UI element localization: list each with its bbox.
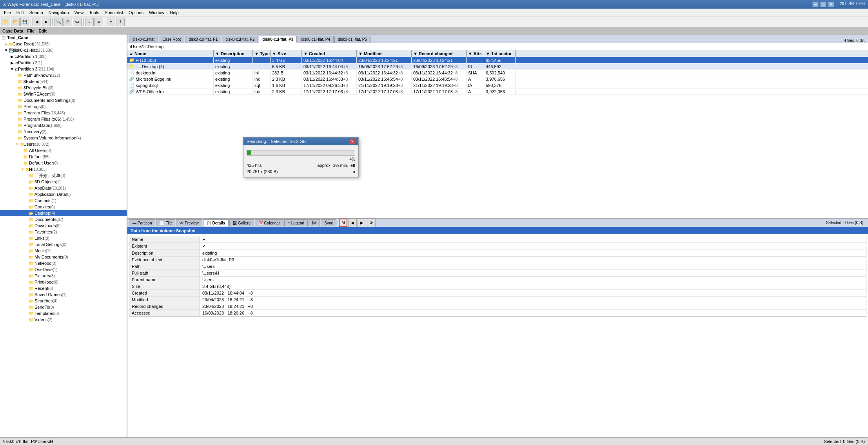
menu-specialist[interactable]: Specialist	[102, 9, 125, 16]
tree-partition3[interactable]: ▼ 🗂 Partition 3 (231,194)	[0, 66, 127, 72]
tree-partition2[interactable]: ▶ 🗂 Partition 2 (1)	[0, 60, 127, 66]
bottom-toolbar-btn1[interactable]: M	[339, 219, 347, 227]
menu-window[interactable]: Window	[147, 9, 167, 16]
tree-winre[interactable]: 📁 $WinREAgent (0)	[0, 91, 127, 97]
tree-case-root[interactable]: ▶ 📁 Case Root (231,536)	[0, 41, 127, 47]
bottom-tab-calendar[interactable]: 📅 Calendar	[255, 219, 283, 226]
toolbar-search[interactable]: 🔍	[54, 18, 63, 26]
menu-tools[interactable]: Tools	[87, 9, 102, 16]
col-name[interactable]: ▲ Name	[127, 50, 214, 57]
tree-videos[interactable]: 📁 Videos (2)	[0, 317, 127, 323]
tree-systemvolume[interactable]: 📁 System Volume Information (4)	[0, 135, 127, 141]
tree-pictures[interactable]: 📁 Pictures (3)	[0, 273, 127, 279]
tree-printhood[interactable]: 📁 PrintHood (0)	[0, 279, 127, 285]
col-sector[interactable]: ▼ 1st sector	[484, 50, 516, 57]
file-row-desktop[interactable]: 📁 . = Desktop (4) existing 6.5 KB 03/11/…	[127, 63, 868, 70]
col-size[interactable]: ▼ Size	[271, 50, 302, 57]
tree-h[interactable]: ▼ 📁 H (10,303)	[0, 166, 127, 172]
tree-cookies[interactable]: 📁 Cookies (0)	[0, 204, 127, 210]
toolbar-hex[interactable]: H	[107, 18, 115, 26]
tree-favorites[interactable]: 📁 Favorites (2)	[0, 229, 127, 235]
tree-perflogs[interactable]: 📁 PerfLogs (0)	[0, 103, 127, 110]
tree-startmenu[interactable]: 📁 「开始」菜单 (0)	[0, 172, 127, 179]
tree-extend[interactable]: 📁 $Extend (544)	[0, 78, 127, 85]
tree-sendto[interactable]: 📁 SendTo (0)	[0, 304, 127, 310]
window-controls[interactable]: ─ □ ✕ 20.0 SR-7 x64	[812, 2, 865, 7]
tab-p4[interactable]: disk0-c1l-flat, P4	[298, 36, 334, 43]
tree-programfiles[interactable]: 📁 Program Files (16,445)	[0, 110, 127, 116]
tree-recycle[interactable]: 📁 $Recycle.Bin (3)	[0, 85, 127, 91]
tree-users[interactable]: ▼ 📁 Users (10,372)	[0, 141, 127, 147]
tree-music[interactable]: 📁 Music (1)	[0, 248, 127, 254]
menu-view[interactable]: View	[72, 9, 86, 16]
tree-contacts[interactable]: 📁 Contacts (1)	[0, 197, 127, 204]
bottom-tab-sync[interactable]: Sync	[321, 219, 336, 226]
menu-file[interactable]: File	[2, 9, 13, 16]
tab-caseroot[interactable]: Case Root	[159, 36, 184, 43]
col-created[interactable]: ▼ Created	[302, 50, 357, 57]
file-row-wps[interactable]: 🔗 WPS Office.lnk existing lnk 2.3 KB 17/…	[127, 89, 868, 95]
tree-appdata[interactable]: 📁 AppData (10,201)	[0, 185, 127, 191]
col-attr[interactable]: ▼ Attr.	[467, 50, 484, 57]
bottom-tab-gallery[interactable]: 🖼 Gallery	[229, 219, 254, 226]
tree-partition1[interactable]: ▶ 🗂 Partition 1 (300)	[0, 53, 127, 60]
bottom-tab-file[interactable]: 📄 File	[156, 219, 175, 226]
tree-searches[interactable]: 📁 Searches (4)	[0, 298, 127, 304]
col-description[interactable]: ▼ Description	[214, 50, 253, 57]
tree-recent[interactable]: 📁 Recent (0)	[0, 285, 127, 291]
col-modified[interactable]: ▼ Modified	[357, 50, 412, 57]
file-row-sql[interactable]: 📄 supright.sql existing sql 1.6 KB 17/11…	[127, 82, 868, 89]
tree-links[interactable]: 📁 Links (3)	[0, 235, 127, 241]
bottom-tab-legend[interactable]: ≡ Legend	[284, 219, 308, 226]
tree-nethood[interactable]: 📁 NetHood (0)	[0, 260, 127, 266]
bottom-tab-preview[interactable]: 👁 Preview	[176, 219, 202, 226]
file-menu-label[interactable]: File	[27, 29, 35, 33]
tree-desktop[interactable]: 📂 Desktop (4)	[0, 210, 127, 216]
modal-close-button[interactable]: ✕	[350, 139, 355, 144]
minimize-button[interactable]: ─	[812, 2, 819, 7]
menu-search[interactable]: Search	[27, 9, 45, 16]
toolbar-hash[interactable]: #	[85, 18, 94, 26]
tree-programdata[interactable]: 📁 ProgramData (1,699)	[0, 122, 127, 128]
tree-mydocs[interactable]: 📁 My Documents (0)	[0, 254, 127, 260]
tab-p1[interactable]: disk0-c1l-flat, P1	[185, 36, 221, 43]
tree-onedrive[interactable]: 📁 OneDrive (1)	[0, 266, 127, 273]
tree-disk0[interactable]: ▼ 💾 disk0-c1l-flat (231,536)	[0, 47, 127, 53]
tab-p2[interactable]: disk0-c1l-flat, P2	[222, 36, 258, 43]
tree-allusers[interactable]: 📁 All Users (0)	[0, 147, 127, 154]
toolbar-props[interactable]: ≡	[94, 18, 103, 26]
tree-documents[interactable]: 📁 Documents (67)	[0, 216, 127, 222]
close-button[interactable]: ✕	[828, 2, 834, 7]
file-row-h[interactable]: 📁 H (10,303) existing 3.4 GB 03/11/2022 …	[127, 57, 868, 63]
tree-3dobjects[interactable]: 📁 3D Objects (1)	[0, 179, 127, 185]
bottom-tab-partition[interactable]: — Partition	[129, 219, 155, 226]
menu-navigation[interactable]: Navigation	[46, 9, 71, 16]
toolbar-back[interactable]: ◀	[33, 18, 41, 26]
bottom-toolbar-btn3[interactable]: ▶	[358, 219, 366, 227]
tree-templates[interactable]: 📁 Templates (0)	[0, 310, 127, 317]
edit-menu-label[interactable]: Edit	[38, 29, 47, 33]
col-type[interactable]: ▼ Type	[253, 50, 271, 57]
toolbar-filter[interactable]: ⊞	[64, 18, 72, 26]
tree-path-unknown[interactable]: 📁 Path unknown (122)	[0, 72, 127, 78]
tree-docssettings[interactable]: 📁 Documents and Settings (0)	[0, 97, 127, 103]
toolbar-open[interactable]: 📂	[11, 18, 20, 26]
tab-p5[interactable]: disk0-c1l-flat, P5	[334, 36, 370, 43]
toolbar-save[interactable]: 💾	[20, 18, 29, 26]
toolbar-tag[interactable]: 🏷	[73, 18, 82, 26]
tree-localsettings[interactable]: 📁 Local Settings (0)	[0, 241, 127, 248]
menu-edit[interactable]: Edit	[14, 9, 26, 16]
bottom-toolbar-btn4[interactable]: ⟳	[367, 219, 376, 227]
file-row-edge[interactable]: 🔗 Microsoft Edge.lnk existing lnk 2.3 KB…	[127, 76, 868, 82]
tree-appdata2[interactable]: 📁 Application Data (0)	[0, 191, 127, 197]
tree-downloads[interactable]: 📁 Downloads (5)	[0, 222, 127, 229]
tree-programfilesx86[interactable]: 📁 Program Files (x86) (1,456)	[0, 116, 127, 122]
toolbar-text[interactable]: T	[116, 18, 125, 26]
tree-savedgames[interactable]: 📁 Saved Games (1)	[0, 291, 127, 298]
menu-options[interactable]: Options	[126, 9, 146, 16]
tree-default[interactable]: 📁 Default (55)	[0, 154, 127, 160]
tab-disk0[interactable]: disk0-c1l-flat	[129, 36, 158, 43]
directory-tree[interactable]: 📋 Test_Case ▶ 📁 Case Root (231,536) ▼ 💾 …	[0, 34, 127, 437]
maximize-button[interactable]: □	[820, 2, 826, 7]
bottom-tab-details[interactable]: 📋 Details	[203, 219, 229, 226]
